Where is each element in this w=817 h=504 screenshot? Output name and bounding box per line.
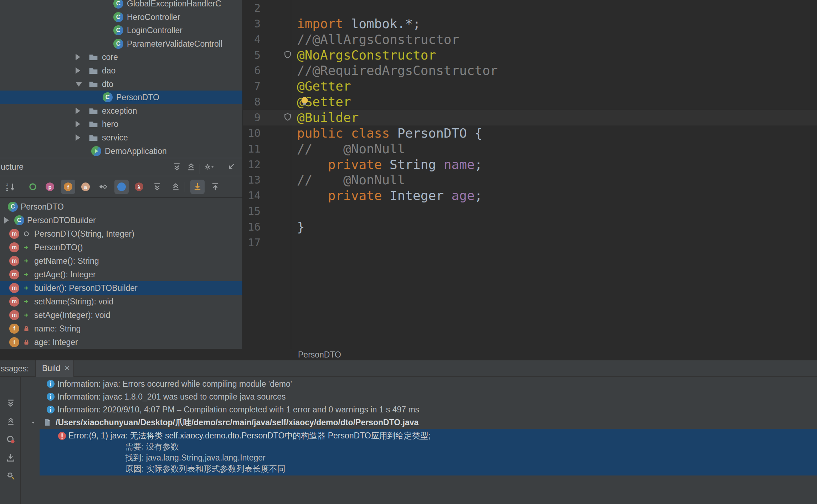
structure-item[interactable]: mbuilder(): PersonDTOBuilder: [0, 281, 242, 295]
expand-all-icon[interactable]: [4, 397, 17, 410]
line-number[interactable]: 11: [243, 141, 261, 157]
structure-item[interactable]: mgetName(): String: [0, 254, 242, 268]
structure-item[interactable]: fname: String: [0, 322, 242, 335]
build-row-detail[interactable]: 原因: 实际参数列表和形式参数列表长度不同: [21, 463, 817, 474]
collapse-all-icon[interactable]: [169, 180, 183, 194]
structure-item[interactable]: msetAge(Integer): void: [0, 308, 242, 322]
tree-expanded-icon[interactable]: [76, 82, 82, 87]
build-row-info[interactable]: Information: java: Errors occurred while…: [21, 377, 817, 390]
annotation-gutter-icon[interactable]: [283, 50, 292, 59]
structure-item[interactable]: mgetAge(): Integer: [0, 268, 242, 281]
view-options-icon[interactable]: [204, 161, 215, 172]
tab-close-icon[interactable]: ×: [65, 360, 70, 375]
tree-collapsed-icon[interactable]: [76, 108, 80, 114]
line-number[interactable]: 9: [243, 110, 261, 125]
collapse-all-icon[interactable]: [186, 161, 196, 172]
build-row-detail[interactable]: 需要: 没有参数: [21, 441, 817, 452]
project-tree-item[interactable]: hero: [0, 117, 242, 131]
editor-line[interactable]: 16}: [243, 219, 817, 235]
structure-item[interactable]: fage: Integer: [0, 335, 242, 349]
structure-item[interactable]: mPersonDTO(String, Integer): [0, 227, 242, 241]
show-fields-icon[interactable]: f: [61, 180, 75, 194]
editor-line[interactable]: 12 private String name;: [243, 157, 817, 173]
project-tree-item[interactable]: core: [0, 50, 242, 64]
editor-line[interactable]: 8@Setter: [243, 94, 817, 110]
expanded-arrow-icon[interactable]: [30, 420, 37, 425]
show-properties-icon[interactable]: p: [43, 180, 57, 194]
build-tab[interactable]: Build ×: [35, 360, 74, 377]
line-number[interactable]: 5: [243, 47, 261, 63]
project-tree-item[interactable]: exception: [0, 104, 242, 118]
editor-line[interactable]: 13// @NonNull: [243, 172, 817, 188]
autoscroll-to-source-icon[interactable]: [190, 180, 205, 194]
structure-item[interactable]: CPersonDTO: [0, 200, 242, 214]
editor-line[interactable]: 2: [243, 0, 817, 16]
expand-all-icon[interactable]: [150, 180, 164, 194]
editor-line[interactable]: 14 private Integer age;: [243, 188, 817, 204]
expand-all-icon[interactable]: [171, 161, 182, 172]
editor-line[interactable]: 11// @NonNull: [243, 141, 817, 157]
project-tree-item[interactable]: CHeroController: [0, 10, 242, 24]
build-row-error[interactable]: Error:(9, 1) java: 无法将类 self.xiaocy.demo…: [21, 430, 817, 442]
hide-panel-icon[interactable]: [226, 161, 236, 172]
project-tree-item[interactable]: DemoApplication: [0, 144, 242, 158]
build-settings-icon[interactable]: [4, 469, 17, 482]
build-row-file[interactable]: /Users/xiaochunyuan/Desktop/爪哇/demo/src/…: [21, 416, 817, 429]
structure-item[interactable]: mPersonDTO(): [0, 241, 242, 254]
breadcrumb-item[interactable]: PersonDTO: [298, 349, 341, 360]
line-number[interactable]: 17: [243, 235, 261, 251]
project-tree-item[interactable]: dao: [0, 64, 242, 77]
build-row-info[interactable]: Information: javac 1.8.0_201 was used to…: [21, 390, 817, 403]
group-methods-icon[interactable]: [114, 180, 129, 194]
intention-bulb-icon[interactable]: [299, 96, 310, 107]
project-tree-item[interactable]: CLoginController: [0, 24, 242, 37]
tree-collapsed-icon[interactable]: [76, 121, 80, 127]
tree-collapsed-icon[interactable]: [4, 217, 9, 223]
show-anonymous-classes-icon[interactable]: a: [78, 180, 93, 194]
line-number[interactable]: 14: [243, 188, 261, 204]
editor-line[interactable]: 3import lombok.*;: [243, 16, 817, 32]
editor-line[interactable]: 9@Builder: [243, 110, 817, 125]
sort-alphabetically-icon[interactable]: az: [3, 180, 17, 194]
line-number[interactable]: 3: [243, 16, 261, 32]
project-tree-item[interactable]: CGlobalExceptionHandlerC: [0, 0, 242, 10]
structure-item[interactable]: CPersonDTOBuilder: [0, 214, 242, 227]
sort-by-visibility-icon[interactable]: [26, 180, 40, 194]
tree-collapsed-icon[interactable]: [76, 134, 80, 141]
editor-line[interactable]: 4//@AllArgsConstructor: [243, 32, 817, 47]
project-tree-item[interactable]: CPersonDTO: [0, 91, 242, 104]
editor-line[interactable]: 6//@RequiredArgsConstructor: [243, 63, 817, 78]
editor[interactable]: 23import lombok.*;4//@AllArgsConstructor…: [243, 0, 817, 349]
export-to-file-icon[interactable]: [4, 451, 17, 464]
editor-line[interactable]: 17: [243, 235, 817, 251]
show-lambdas-icon[interactable]: λ: [132, 180, 146, 194]
structure-item[interactable]: msetName(String): void: [0, 295, 242, 308]
line-number[interactable]: 13: [243, 172, 261, 188]
line-number[interactable]: 16: [243, 219, 261, 235]
line-number[interactable]: 4: [243, 32, 261, 47]
editor-line[interactable]: 5@NoArgsConstructor: [243, 47, 817, 63]
build-row-detail[interactable]: 找到: java.lang.String,java.lang.Integer: [21, 452, 817, 463]
build-row-info[interactable]: Information: 2020/9/10, 4:07 PM – Compil…: [21, 403, 817, 416]
line-number[interactable]: 12: [243, 157, 261, 173]
line-number[interactable]: 6: [243, 63, 261, 78]
project-tree-item[interactable]: CParameterValidateControll: [0, 37, 242, 51]
show-inherited-icon[interactable]: [96, 180, 110, 194]
line-number[interactable]: 10: [243, 125, 261, 141]
project-tree-item[interactable]: service: [0, 131, 242, 144]
toggle-warnings-icon[interactable]: [4, 433, 17, 446]
project-tree-item[interactable]: dto: [0, 77, 242, 91]
tree-collapsed-icon[interactable]: [76, 67, 80, 74]
tree-collapsed-icon[interactable]: [76, 54, 80, 60]
class-icon-letter: C: [11, 203, 15, 210]
line-number[interactable]: 15: [243, 204, 261, 219]
editor-line[interactable]: 15: [243, 204, 817, 219]
editor-line[interactable]: 7@Getter: [243, 78, 817, 94]
autoscroll-from-source-icon[interactable]: [208, 180, 222, 194]
editor-line[interactable]: 10public class PersonDTO {: [243, 125, 817, 141]
line-number[interactable]: 2: [243, 0, 261, 16]
line-number[interactable]: 8: [243, 94, 261, 110]
annotation-gutter-icon[interactable]: [283, 113, 292, 121]
collapse-all-icon[interactable]: [4, 415, 17, 428]
line-number[interactable]: 7: [243, 78, 261, 94]
